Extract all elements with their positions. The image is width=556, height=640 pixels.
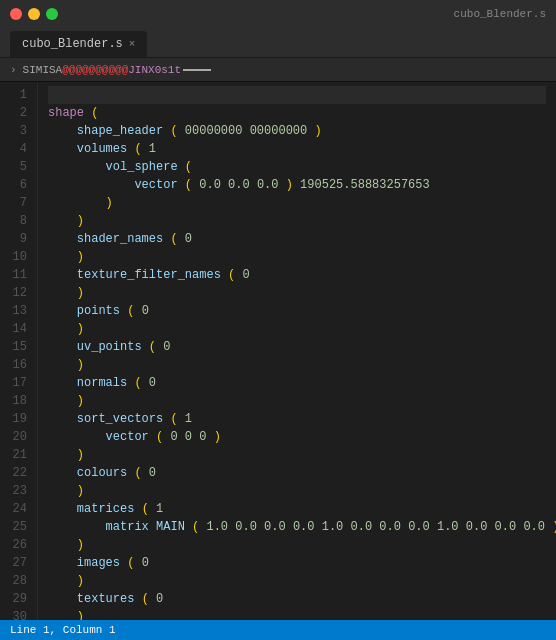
code-line: ) (48, 284, 546, 302)
close-button[interactable] (10, 8, 22, 20)
code-line: sort_vectors ( 1 (48, 410, 546, 428)
title-bar: cubo_Blender.s (0, 0, 556, 28)
code-line: ) (48, 248, 546, 266)
code-line (48, 86, 546, 104)
code-line: images ( 0 (48, 554, 546, 572)
code-line: matrix MAIN ( 1.0 0.0 0.0 0.0 1.0 0.0 0.… (48, 518, 546, 536)
code-line: ) (48, 608, 546, 620)
code-line: uv_points ( 0 (48, 338, 546, 356)
tab-cubo-blender[interactable]: cubo_Blender.s × (10, 31, 147, 57)
code-line: ) (48, 536, 546, 554)
code-line: vol_sphere ( (48, 158, 546, 176)
path-text: SIMISA@@@@@@@@@@JINX0s1t (23, 64, 211, 76)
code-line: texture_filter_names ( 0 (48, 266, 546, 284)
code-line: points ( 0 (48, 302, 546, 320)
code-line: ) (48, 392, 546, 410)
code-line: shape ( (48, 104, 546, 122)
tab-bar: cubo_Blender.s × (0, 28, 556, 58)
code-line: vector ( 0 0 0 ) (48, 428, 546, 446)
code-line: ) (48, 320, 546, 338)
path-bar: › SIMISA@@@@@@@@@@JINX0s1t (0, 58, 556, 82)
window-title: cubo_Blender.s (454, 8, 546, 20)
code-line: ) (48, 482, 546, 500)
code-content[interactable]: shape ( shape_header ( 00000000 00000000… (38, 82, 556, 620)
code-line: shader_names ( 0 (48, 230, 546, 248)
code-line: volumes ( 1 (48, 140, 546, 158)
code-line: normals ( 0 (48, 374, 546, 392)
code-line: shape_header ( 00000000 00000000 ) (48, 122, 546, 140)
status-text: Line 1, Column 1 (10, 624, 116, 636)
code-line: vector ( 0.0 0.0 0.0 ) 190525.5888325765… (48, 176, 546, 194)
code-line: ) (48, 194, 546, 212)
code-line: ) (48, 212, 546, 230)
editor: 1234567891011121314151617181920212223242… (0, 82, 556, 620)
status-bar: Line 1, Column 1 (0, 620, 556, 640)
line-numbers: 1234567891011121314151617181920212223242… (0, 82, 38, 620)
path-arrow-icon: › (10, 64, 17, 76)
tab-label: cubo_Blender.s (22, 37, 123, 51)
traffic-lights (10, 8, 58, 20)
code-line: ) (48, 446, 546, 464)
code-line: colours ( 0 (48, 464, 546, 482)
code-line: ) (48, 572, 546, 590)
code-line: textures ( 0 (48, 590, 546, 608)
code-line: matrices ( 1 (48, 500, 546, 518)
tab-close-icon[interactable]: × (129, 38, 136, 50)
code-line: ) (48, 356, 546, 374)
minimize-button[interactable] (28, 8, 40, 20)
maximize-button[interactable] (46, 8, 58, 20)
